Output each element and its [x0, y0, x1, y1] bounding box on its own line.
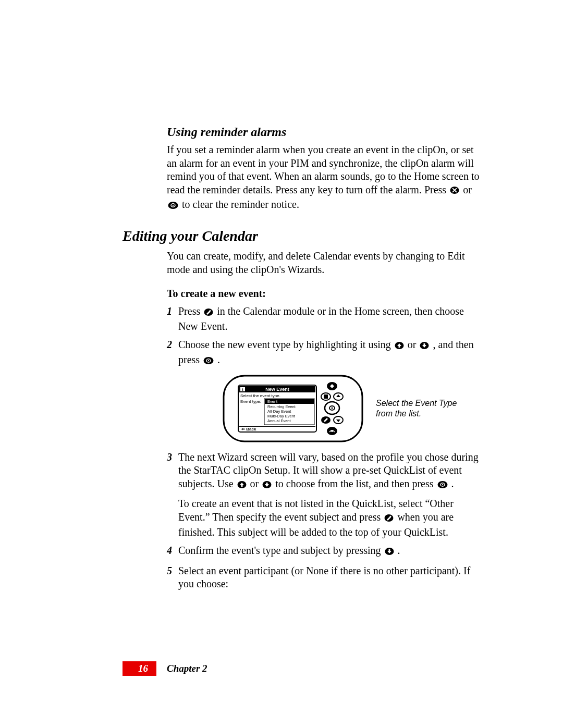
- step-1: 1 Press in the Calendar module or in the…: [167, 305, 485, 333]
- section1-body: If you set a reminder alarm when you cre…: [167, 143, 485, 213]
- text: Press: [178, 305, 203, 317]
- text: Choose the new event type by highlightin…: [178, 339, 394, 350]
- page-number: 16: [123, 661, 156, 676]
- text: to clear the reminder notice.: [182, 199, 299, 210]
- text: Confirm the event's type and subject by …: [178, 545, 384, 556]
- arrow-up-icon: [237, 479, 247, 492]
- screen-subtitle: Select the event type.: [240, 393, 280, 398]
- svg-point-5: [173, 205, 174, 206]
- text: If you set a reminder alarm when you cre…: [167, 144, 479, 195]
- text: or: [463, 184, 472, 195]
- svg-point-36: [442, 484, 443, 485]
- step-number: 3: [167, 451, 172, 464]
- subheading-create-event: To create a new event:: [167, 288, 485, 300]
- text: Select an event participant (or None if …: [178, 565, 470, 590]
- text: to choose from the list, and then press: [275, 478, 436, 489]
- device-figure: New Event i Select the event type. Event…: [223, 375, 485, 442]
- step-number: 1: [167, 305, 172, 318]
- section2-intro: You can create, modify, and delete Calen…: [167, 250, 485, 276]
- opt-annual: Annual Event: [267, 418, 291, 423]
- manual-page: Using reminder alarms If you set a remin…: [0, 0, 563, 728]
- diamond-icon: [450, 185, 459, 199]
- svg-text:i: i: [242, 387, 243, 392]
- step-number: 2: [167, 338, 172, 352]
- chapter-label: Chapter 2: [167, 663, 207, 674]
- page-footer: 16 Chapter 2: [123, 661, 207, 676]
- pencil-icon: [204, 306, 213, 320]
- steps-list: 1 Press in the Calendar module or in the…: [167, 305, 485, 591]
- text: You can create, modify, and delete Calen…: [167, 250, 485, 276]
- opt-recurring: Recurring Event: [267, 404, 296, 409]
- arrow-down-icon: [262, 479, 272, 492]
- text: .: [217, 354, 220, 365]
- pencil-icon: [384, 512, 394, 526]
- section-heading-reminder: Using reminder alarms: [167, 125, 485, 139]
- opt-multiday: Multi-Day Event: [267, 414, 296, 418]
- arrow-down-icon: [385, 546, 394, 559]
- target-icon: [437, 479, 448, 492]
- text: .: [398, 545, 400, 556]
- step-3: 3 The next Wizard screen will vary, base…: [167, 451, 485, 539]
- svg-rect-23: [324, 394, 328, 399]
- svg-point-31: [331, 430, 333, 432]
- arrow-down-icon: [420, 340, 429, 353]
- step-number: 5: [167, 564, 172, 578]
- device-caption: Select the Event Type from the list.: [376, 398, 459, 419]
- text: or: [250, 478, 262, 489]
- back-label: ⇐ Back: [241, 427, 256, 431]
- step-2: 2 Choose the new event type by highlight…: [167, 338, 485, 442]
- text: .: [451, 478, 454, 489]
- step-number: 4: [167, 544, 172, 558]
- step-4: 4 Confirm the event's type and subject b…: [167, 544, 485, 559]
- screen-label: Event type:: [240, 399, 261, 404]
- svg-point-27: [332, 407, 333, 409]
- screen-title: New Event: [265, 387, 289, 392]
- step-5: 5 Select an event participant (or None i…: [167, 564, 485, 591]
- text: in the Calendar module or in the Home sc…: [178, 305, 464, 332]
- device-svg: New Event i Select the event type. Event…: [223, 375, 363, 442]
- svg-point-12: [208, 360, 209, 361]
- opt-event: Event: [267, 399, 278, 404]
- arrow-up-icon: [395, 340, 404, 353]
- target-icon: [203, 355, 214, 368]
- opt-allday: All-Day Event: [267, 409, 291, 414]
- text: or: [408, 339, 419, 350]
- section-heading-editing: Editing your Calendar: [123, 228, 485, 244]
- target-icon: [168, 200, 178, 213]
